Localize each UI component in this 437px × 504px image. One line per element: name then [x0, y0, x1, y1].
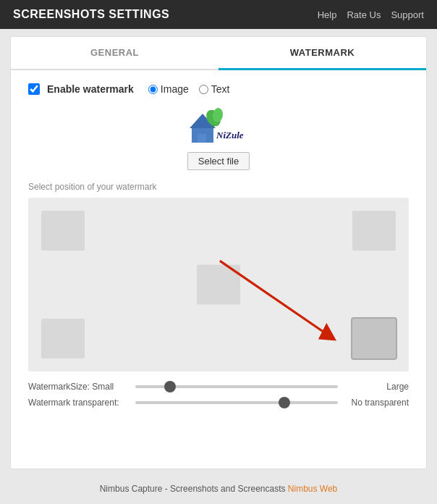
image-radio-label[interactable]: Image — [148, 83, 189, 95]
size-slider[interactable] — [135, 385, 338, 388]
main-panel: GENERAL WATERMARK Enable watermark Image… — [10, 36, 427, 469]
pos-bottom-left[interactable] — [41, 319, 85, 358]
watermark-section: Enable watermark Image Text — [11, 70, 426, 427]
size-slider-row: WatermarkSize: Small Large — [28, 382, 409, 392]
transparent-slider-row: Watermark transparent: No transparent — [28, 398, 409, 408]
enable-row: Enable watermark Image Text — [28, 83, 409, 95]
svg-rect-2 — [198, 134, 206, 143]
text-radio[interactable] — [199, 85, 208, 94]
image-radio[interactable] — [148, 85, 158, 94]
rate-us-link[interactable]: Rate Us — [347, 9, 381, 20]
pos-top-left[interactable] — [41, 211, 85, 251]
svg-text:NiZule: NiZule — [216, 130, 244, 140]
size-slider-end-label: Large — [344, 382, 409, 392]
app-header: SCREENSHOTS SETTINGS Help Rate Us Suppor… — [0, 0, 437, 29]
size-slider-label: WatermarkSize: Small — [28, 382, 130, 392]
tab-watermark[interactable]: WATERMARK — [218, 37, 426, 70]
transparent-slider-label: Watermark transparent: — [28, 398, 130, 408]
transparent-slider-end-label: No transparent — [344, 398, 409, 408]
position-grid — [28, 198, 409, 371]
text-radio-label[interactable]: Text — [199, 83, 230, 95]
tab-general[interactable]: GENERAL — [11, 37, 218, 70]
pos-center[interactable] — [197, 265, 240, 305]
select-file-button[interactable]: Select file — [187, 152, 250, 170]
image-text-radio-group: Image Text — [148, 83, 230, 95]
watermark-preview-image: NiZule — [186, 106, 251, 146]
pos-bottom-right[interactable] — [352, 319, 396, 358]
support-link[interactable]: Support — [391, 9, 424, 20]
app-title: SCREENSHOTS SETTINGS — [13, 8, 169, 21]
enable-watermark-checkbox[interactable] — [28, 83, 40, 95]
footer: Nimbus Capture - Screenshots and Screenc… — [0, 476, 437, 504]
footer-link[interactable]: Nimbus Web — [288, 484, 337, 494]
image-preview-area: NiZule Select file — [28, 106, 409, 170]
pos-top-right[interactable] — [352, 211, 396, 251]
transparent-slider[interactable] — [135, 401, 338, 404]
header-nav: Help Rate Us Support — [318, 9, 424, 20]
footer-text: Nimbus Capture - Screenshots and Screenc… — [100, 484, 288, 494]
position-label: Select position of your watermark — [28, 182, 409, 192]
tab-bar: GENERAL WATERMARK — [11, 37, 426, 70]
enable-watermark-label: Enable watermark — [47, 83, 134, 95]
help-link[interactable]: Help — [318, 9, 337, 20]
